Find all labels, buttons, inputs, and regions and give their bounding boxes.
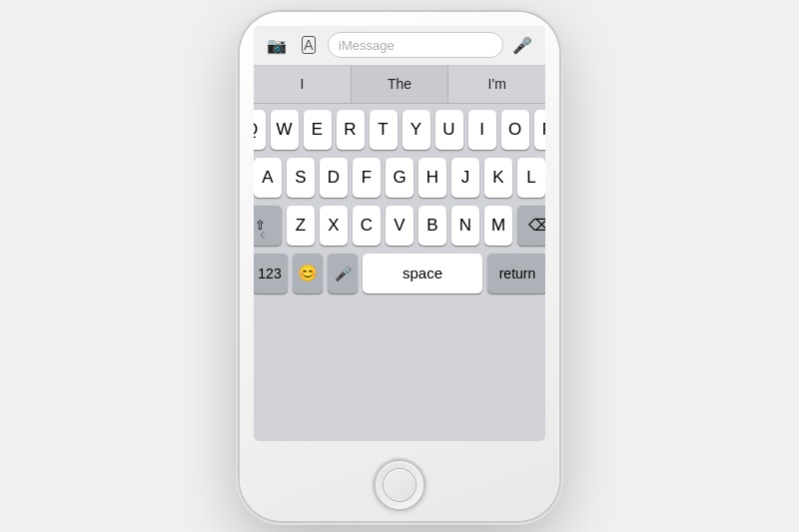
key-I[interactable]: I [468,110,496,150]
phone-body: ‹ 📷 A iMessage 🎤 I The I' [240,12,559,521]
camera-icon: 📷 [267,36,287,55]
home-button-inner [384,469,415,501]
message-bar: 📷 A iMessage 🎤 [254,26,545,66]
camera-button[interactable]: 📷 [264,32,290,58]
keyboard-row-3: ⇧ Z X C V B N M ⌫ [257,206,542,246]
key-J[interactable]: J [451,158,479,198]
phone-screen: ‹ 📷 A iMessage 🎤 I The I' [254,26,545,441]
key-V[interactable]: V [386,206,413,246]
space-key[interactable]: space [363,254,482,293]
key-Y[interactable]: Y [402,110,430,150]
phone-device: ‹ 📷 A iMessage 🎤 I The I' [240,12,559,521]
predictive-middle[interactable]: The [352,66,449,103]
keyboard-keys: Q W E R T Y U I O P A S [254,104,545,441]
appstore-icon: A [302,36,315,54]
key-L[interactable]: L [517,158,545,198]
keyboard-row-1: Q W E R T Y U I O P [257,110,542,150]
key-U[interactable]: U [435,110,463,150]
key-R[interactable]: R [337,110,365,150]
key-H[interactable]: H [418,158,446,198]
predictive-left[interactable]: I [254,66,352,103]
key-O[interactable]: O [501,110,529,150]
key-F[interactable]: F [353,158,381,198]
emoji-key[interactable]: 😊 [293,254,323,293]
home-button[interactable] [376,461,423,509]
key-G[interactable]: G [386,158,413,198]
predictive-bar: I The I'm [254,66,545,104]
mic-button[interactable]: 🎤 [509,32,535,58]
key-A[interactable]: A [254,158,282,198]
keyboard: Q W E R T Y U I O P A S [254,104,545,441]
key-Z[interactable]: Z [287,206,315,246]
key-K[interactable]: K [484,158,512,198]
key-X[interactable]: X [320,206,348,246]
delete-key[interactable]: ⌫ [517,206,545,246]
keyboard-row-4: 123 😊 🎤 space return [257,254,542,293]
key-W[interactable]: W [271,110,299,150]
predictive-right[interactable]: I'm [448,66,545,103]
key-B[interactable]: B [418,206,446,246]
side-chevron-icon[interactable]: ‹ [260,223,266,244]
key-M[interactable]: M [484,206,512,246]
return-key[interactable]: return [487,254,545,293]
shift-key[interactable]: ⇧ [254,206,282,246]
key-E[interactable]: E [304,110,332,150]
key-N[interactable]: N [451,206,479,246]
key-S[interactable]: S [287,158,315,198]
numbers-key[interactable]: 123 [254,254,288,293]
key-Q[interactable]: Q [254,110,266,150]
imessage-placeholder: iMessage [339,38,395,53]
key-C[interactable]: C [353,206,381,246]
imessage-input[interactable]: iMessage [328,32,503,58]
key-D[interactable]: D [320,158,348,198]
keyboard-row-2: A S D F G H J K L [257,158,542,198]
mic-icon: 🎤 [512,36,532,55]
appstore-button[interactable]: A [296,32,322,58]
key-T[interactable]: T [370,110,398,150]
key-P[interactable]: P [534,110,546,150]
keyboard-mic-key[interactable]: 🎤 [328,254,358,293]
